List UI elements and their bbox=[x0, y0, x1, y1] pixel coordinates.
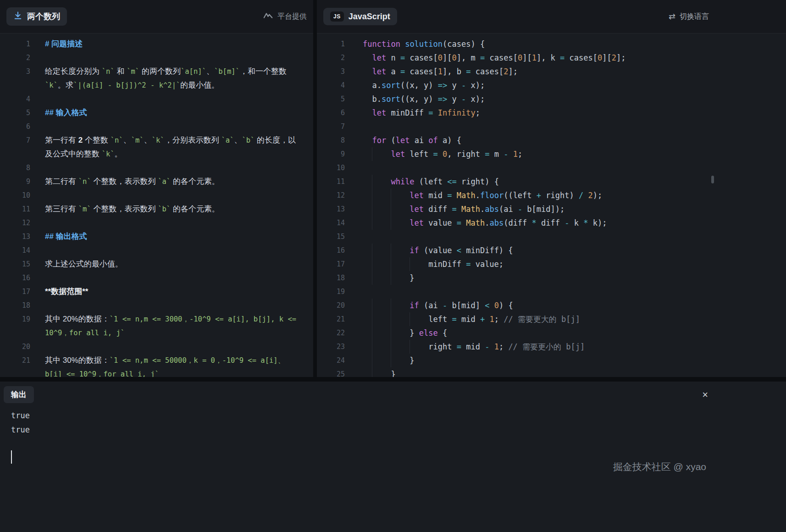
platform-logo-icon bbox=[263, 12, 273, 21]
indent-guide bbox=[372, 367, 372, 377]
line-number: 21 bbox=[317, 312, 345, 326]
line-number: 24 bbox=[317, 354, 345, 367]
code-line: 17 minDiff = value; bbox=[317, 257, 786, 271]
console-output: truetrue bbox=[11, 409, 786, 437]
problem-description[interactable]: 1# 问题描述23给定长度分别为 `n` 和 `m` 的两个数列`a[n]`、`… bbox=[0, 33, 313, 377]
indent-guide bbox=[391, 326, 391, 340]
indent-guide bbox=[372, 216, 372, 230]
code-line-content: if (value < minDiff) { bbox=[363, 244, 513, 257]
watermark: 掘金技术社区 @ xyao bbox=[613, 460, 706, 473]
md-line: 10 bbox=[0, 188, 313, 202]
line-number: 1 bbox=[0, 37, 30, 51]
code-line: 10 bbox=[317, 161, 786, 175]
code-panel: JS JavaScript ⇄ 切换语言 1function solution(… bbox=[317, 0, 786, 377]
indent-guide bbox=[391, 257, 391, 271]
output-console: 输出 × truetrue 掘金技术社区 @ xyao bbox=[0, 382, 786, 532]
indent-guide bbox=[372, 299, 372, 312]
code-line-content: for (let ai of a) { bbox=[363, 133, 461, 147]
code-line-content: right = mid - 1; // 需要更小的 b[j] bbox=[363, 340, 585, 354]
md-line-content bbox=[45, 161, 302, 175]
platform-provider: 平台提供 bbox=[263, 12, 307, 22]
md-line-content bbox=[45, 271, 302, 285]
editor-scrollbar[interactable] bbox=[711, 176, 714, 183]
md-line: 14 bbox=[0, 244, 313, 257]
line-number: 17 bbox=[0, 285, 30, 299]
md-line-content: 其中 30%的数据：`1 <= n,m <= 50000，k = 0，-10^9… bbox=[45, 354, 302, 377]
code-line: 22 } else { bbox=[317, 326, 786, 340]
md-line-content bbox=[45, 188, 302, 202]
md-line: 8 bbox=[0, 161, 313, 175]
line-number: 21 bbox=[0, 354, 30, 367]
console-caret[interactable] bbox=[11, 450, 12, 464]
problem-title-chip[interactable]: 两个数列 bbox=[6, 7, 67, 26]
code-line-content: let left = 0, right = m - 1; bbox=[363, 147, 522, 161]
indent-guide bbox=[391, 299, 391, 312]
code-line-content: function solution(cases) { bbox=[363, 37, 485, 51]
line-number: 4 bbox=[0, 92, 30, 106]
md-line-content: 第二行有 `n` 个整数，表示数列 `a` 的各个元素。 bbox=[45, 175, 302, 188]
code-line-content: } bbox=[363, 354, 415, 367]
code-line: 5 b.sort((x, y) => y - x); bbox=[317, 92, 786, 106]
line-number: 6 bbox=[317, 106, 345, 120]
code-line: 7 bbox=[317, 120, 786, 133]
code-line-content: left = mid + 1; // 需要更大的 b[j] bbox=[363, 312, 580, 326]
indent-guide bbox=[372, 340, 372, 354]
output-tab[interactable]: 输出 bbox=[4, 386, 34, 403]
line-number: 3 bbox=[317, 65, 345, 78]
code-line: 24 } bbox=[317, 354, 786, 367]
indent-guide bbox=[391, 202, 391, 216]
indent-guide bbox=[391, 271, 391, 285]
line-number: 5 bbox=[317, 92, 345, 106]
line-number: 7 bbox=[317, 120, 345, 133]
md-line-content bbox=[45, 244, 302, 257]
md-line: 3给定长度分别为 `n` 和 `m` 的两个数列`a[n]`、`b[m]`，和一… bbox=[0, 65, 313, 92]
md-line-content: **数据范围** bbox=[45, 285, 302, 299]
code-line: 3 let a = cases[1], b = cases[2]; bbox=[317, 65, 786, 78]
md-line-content bbox=[45, 340, 302, 354]
code-line-content: a.sort((x, y) => y - x); bbox=[363, 78, 485, 92]
code-line: 13 let diff = Math.abs(ai - b[mid]); bbox=[317, 202, 786, 216]
output-line: true bbox=[11, 423, 786, 437]
line-number: 16 bbox=[317, 244, 345, 257]
line-number: 3 bbox=[0, 65, 30, 78]
line-number: 9 bbox=[317, 147, 345, 161]
indent-guide bbox=[372, 271, 372, 285]
code-line: 2 let n = cases[0][0], m = cases[0][1], … bbox=[317, 51, 786, 65]
md-line: 19其中 20%的数据：`1 <= n,m <= 3000，-10^9 <= a… bbox=[0, 312, 313, 340]
md-line-content: ## 输出格式 bbox=[45, 230, 302, 244]
md-line-content bbox=[45, 92, 302, 106]
code-line-content: let minDiff = Infinity; bbox=[363, 106, 480, 120]
code-line-content: } bbox=[363, 367, 396, 377]
code-line: 25 } bbox=[317, 367, 786, 377]
indent-guide bbox=[372, 354, 372, 367]
language-chip[interactable]: JS JavaScript bbox=[323, 8, 397, 25]
md-line-content bbox=[45, 299, 302, 312]
close-icon[interactable]: × bbox=[702, 390, 708, 400]
code-line: 15 bbox=[317, 230, 786, 244]
md-line-content: 给定长度分别为 `n` 和 `m` 的两个数列`a[n]`、`b[m]`，和一个… bbox=[45, 65, 302, 92]
line-number: 15 bbox=[0, 257, 30, 271]
code-line: 12 let mid = Math.floor((left + right) /… bbox=[317, 188, 786, 202]
indent-guide bbox=[372, 326, 372, 340]
md-line: 15求上述公式的最小值。 bbox=[0, 257, 313, 271]
switch-language-button[interactable]: ⇄ 切换语言 bbox=[669, 12, 709, 22]
output-line: true bbox=[11, 409, 786, 423]
code-editor[interactable]: 1function solution(cases) {2 let n = cas… bbox=[317, 33, 786, 377]
md-line: 5## 输入格式 bbox=[0, 106, 313, 120]
md-line-content: ## 输入格式 bbox=[45, 106, 302, 120]
editor-header: JS JavaScript ⇄ 切换语言 bbox=[317, 0, 786, 33]
line-number: 13 bbox=[317, 202, 345, 216]
md-line: 20 bbox=[0, 340, 313, 354]
md-line: 17**数据范围** bbox=[0, 285, 313, 299]
code-line-content: } else { bbox=[363, 326, 447, 340]
line-number: 16 bbox=[0, 271, 30, 285]
line-number: 20 bbox=[0, 340, 30, 354]
line-number: 6 bbox=[0, 120, 30, 133]
code-line-content: let a = cases[1], b = cases[2]; bbox=[363, 65, 518, 78]
md-line: 6 bbox=[0, 120, 313, 133]
console-bar: 输出 × bbox=[0, 382, 786, 403]
code-line-content: b.sort((x, y) => y - x); bbox=[363, 92, 485, 106]
switch-arrows-icon: ⇄ bbox=[669, 12, 675, 21]
line-number: 17 bbox=[317, 257, 345, 271]
line-number: 18 bbox=[317, 271, 345, 285]
